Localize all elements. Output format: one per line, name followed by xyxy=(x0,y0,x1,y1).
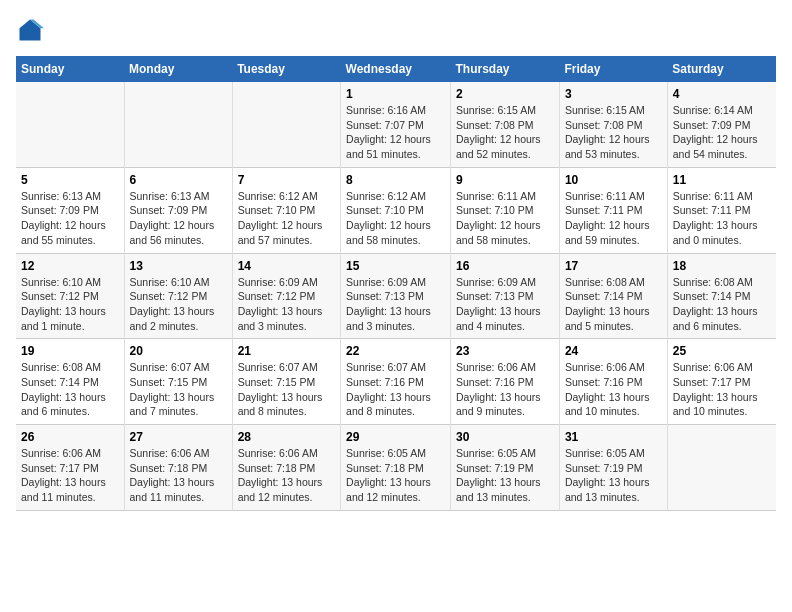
calendar-table: SundayMondayTuesdayWednesdayThursdayFrid… xyxy=(16,56,776,511)
day-number: 24 xyxy=(565,344,662,358)
day-number: 23 xyxy=(456,344,554,358)
calendar-cell: 7Sunrise: 6:12 AM Sunset: 7:10 PM Daylig… xyxy=(232,167,340,253)
day-info: Sunrise: 6:09 AM Sunset: 7:13 PM Dayligh… xyxy=(456,275,554,334)
day-info: Sunrise: 6:06 AM Sunset: 7:17 PM Dayligh… xyxy=(21,446,119,505)
day-info: Sunrise: 6:08 AM Sunset: 7:14 PM Dayligh… xyxy=(21,360,119,419)
calendar-cell: 16Sunrise: 6:09 AM Sunset: 7:13 PM Dayli… xyxy=(450,253,559,339)
day-number: 28 xyxy=(238,430,335,444)
weekday-header-sunday: Sunday xyxy=(16,56,124,82)
calendar-cell: 23Sunrise: 6:06 AM Sunset: 7:16 PM Dayli… xyxy=(450,339,559,425)
day-number: 29 xyxy=(346,430,445,444)
calendar-cell: 19Sunrise: 6:08 AM Sunset: 7:14 PM Dayli… xyxy=(16,339,124,425)
day-number: 26 xyxy=(21,430,119,444)
day-info: Sunrise: 6:11 AM Sunset: 7:11 PM Dayligh… xyxy=(673,189,771,248)
day-number: 8 xyxy=(346,173,445,187)
calendar-week-row: 26Sunrise: 6:06 AM Sunset: 7:17 PM Dayli… xyxy=(16,425,776,511)
day-info: Sunrise: 6:06 AM Sunset: 7:16 PM Dayligh… xyxy=(565,360,662,419)
calendar-cell: 31Sunrise: 6:05 AM Sunset: 7:19 PM Dayli… xyxy=(559,425,667,511)
day-info: Sunrise: 6:05 AM Sunset: 7:18 PM Dayligh… xyxy=(346,446,445,505)
day-info: Sunrise: 6:10 AM Sunset: 7:12 PM Dayligh… xyxy=(21,275,119,334)
calendar-cell: 12Sunrise: 6:10 AM Sunset: 7:12 PM Dayli… xyxy=(16,253,124,339)
calendar-cell: 30Sunrise: 6:05 AM Sunset: 7:19 PM Dayli… xyxy=(450,425,559,511)
day-number: 22 xyxy=(346,344,445,358)
day-number: 17 xyxy=(565,259,662,273)
day-info: Sunrise: 6:16 AM Sunset: 7:07 PM Dayligh… xyxy=(346,103,445,162)
calendar-cell: 27Sunrise: 6:06 AM Sunset: 7:18 PM Dayli… xyxy=(124,425,232,511)
day-info: Sunrise: 6:06 AM Sunset: 7:16 PM Dayligh… xyxy=(456,360,554,419)
calendar-cell: 18Sunrise: 6:08 AM Sunset: 7:14 PM Dayli… xyxy=(667,253,776,339)
calendar-cell: 8Sunrise: 6:12 AM Sunset: 7:10 PM Daylig… xyxy=(341,167,451,253)
day-info: Sunrise: 6:13 AM Sunset: 7:09 PM Dayligh… xyxy=(21,189,119,248)
calendar-cell: 3Sunrise: 6:15 AM Sunset: 7:08 PM Daylig… xyxy=(559,82,667,167)
calendar-cell xyxy=(16,82,124,167)
calendar-body: 1Sunrise: 6:16 AM Sunset: 7:07 PM Daylig… xyxy=(16,82,776,510)
day-info: Sunrise: 6:15 AM Sunset: 7:08 PM Dayligh… xyxy=(565,103,662,162)
day-info: Sunrise: 6:09 AM Sunset: 7:13 PM Dayligh… xyxy=(346,275,445,334)
day-info: Sunrise: 6:13 AM Sunset: 7:09 PM Dayligh… xyxy=(130,189,227,248)
day-number: 31 xyxy=(565,430,662,444)
day-info: Sunrise: 6:06 AM Sunset: 7:17 PM Dayligh… xyxy=(673,360,771,419)
day-number: 1 xyxy=(346,87,445,101)
weekday-header-wednesday: Wednesday xyxy=(341,56,451,82)
day-number: 19 xyxy=(21,344,119,358)
calendar-cell: 20Sunrise: 6:07 AM Sunset: 7:15 PM Dayli… xyxy=(124,339,232,425)
calendar-cell: 4Sunrise: 6:14 AM Sunset: 7:09 PM Daylig… xyxy=(667,82,776,167)
day-info: Sunrise: 6:10 AM Sunset: 7:12 PM Dayligh… xyxy=(130,275,227,334)
day-number: 5 xyxy=(21,173,119,187)
day-info: Sunrise: 6:05 AM Sunset: 7:19 PM Dayligh… xyxy=(456,446,554,505)
day-info: Sunrise: 6:07 AM Sunset: 7:15 PM Dayligh… xyxy=(130,360,227,419)
day-number: 12 xyxy=(21,259,119,273)
calendar-cell: 21Sunrise: 6:07 AM Sunset: 7:15 PM Dayli… xyxy=(232,339,340,425)
calendar-cell xyxy=(124,82,232,167)
calendar-cell: 11Sunrise: 6:11 AM Sunset: 7:11 PM Dayli… xyxy=(667,167,776,253)
day-number: 20 xyxy=(130,344,227,358)
calendar-cell: 6Sunrise: 6:13 AM Sunset: 7:09 PM Daylig… xyxy=(124,167,232,253)
svg-marker-0 xyxy=(20,20,41,41)
calendar-cell: 29Sunrise: 6:05 AM Sunset: 7:18 PM Dayli… xyxy=(341,425,451,511)
day-number: 3 xyxy=(565,87,662,101)
day-info: Sunrise: 6:14 AM Sunset: 7:09 PM Dayligh… xyxy=(673,103,771,162)
day-info: Sunrise: 6:05 AM Sunset: 7:19 PM Dayligh… xyxy=(565,446,662,505)
day-number: 18 xyxy=(673,259,771,273)
day-info: Sunrise: 6:08 AM Sunset: 7:14 PM Dayligh… xyxy=(673,275,771,334)
calendar-header: SundayMondayTuesdayWednesdayThursdayFrid… xyxy=(16,56,776,82)
day-number: 21 xyxy=(238,344,335,358)
weekday-header-tuesday: Tuesday xyxy=(232,56,340,82)
calendar-cell: 24Sunrise: 6:06 AM Sunset: 7:16 PM Dayli… xyxy=(559,339,667,425)
day-info: Sunrise: 6:06 AM Sunset: 7:18 PM Dayligh… xyxy=(130,446,227,505)
weekday-header-friday: Friday xyxy=(559,56,667,82)
calendar-cell: 28Sunrise: 6:06 AM Sunset: 7:18 PM Dayli… xyxy=(232,425,340,511)
calendar-cell: 25Sunrise: 6:06 AM Sunset: 7:17 PM Dayli… xyxy=(667,339,776,425)
calendar-cell: 9Sunrise: 6:11 AM Sunset: 7:10 PM Daylig… xyxy=(450,167,559,253)
day-number: 27 xyxy=(130,430,227,444)
calendar-week-row: 5Sunrise: 6:13 AM Sunset: 7:09 PM Daylig… xyxy=(16,167,776,253)
day-info: Sunrise: 6:15 AM Sunset: 7:08 PM Dayligh… xyxy=(456,103,554,162)
calendar-week-row: 19Sunrise: 6:08 AM Sunset: 7:14 PM Dayli… xyxy=(16,339,776,425)
day-number: 6 xyxy=(130,173,227,187)
day-info: Sunrise: 6:08 AM Sunset: 7:14 PM Dayligh… xyxy=(565,275,662,334)
day-number: 25 xyxy=(673,344,771,358)
calendar-week-row: 1Sunrise: 6:16 AM Sunset: 7:07 PM Daylig… xyxy=(16,82,776,167)
calendar-week-row: 12Sunrise: 6:10 AM Sunset: 7:12 PM Dayli… xyxy=(16,253,776,339)
day-number: 9 xyxy=(456,173,554,187)
weekday-header-saturday: Saturday xyxy=(667,56,776,82)
calendar-cell: 15Sunrise: 6:09 AM Sunset: 7:13 PM Dayli… xyxy=(341,253,451,339)
logo-icon xyxy=(16,16,44,44)
day-number: 13 xyxy=(130,259,227,273)
day-info: Sunrise: 6:09 AM Sunset: 7:12 PM Dayligh… xyxy=(238,275,335,334)
day-number: 14 xyxy=(238,259,335,273)
day-number: 15 xyxy=(346,259,445,273)
calendar-cell: 26Sunrise: 6:06 AM Sunset: 7:17 PM Dayli… xyxy=(16,425,124,511)
calendar-cell: 2Sunrise: 6:15 AM Sunset: 7:08 PM Daylig… xyxy=(450,82,559,167)
day-info: Sunrise: 6:06 AM Sunset: 7:18 PM Dayligh… xyxy=(238,446,335,505)
day-number: 10 xyxy=(565,173,662,187)
day-info: Sunrise: 6:11 AM Sunset: 7:11 PM Dayligh… xyxy=(565,189,662,248)
calendar-cell xyxy=(667,425,776,511)
day-number: 11 xyxy=(673,173,771,187)
day-info: Sunrise: 6:07 AM Sunset: 7:15 PM Dayligh… xyxy=(238,360,335,419)
day-number: 7 xyxy=(238,173,335,187)
calendar-cell xyxy=(232,82,340,167)
calendar-cell: 22Sunrise: 6:07 AM Sunset: 7:16 PM Dayli… xyxy=(341,339,451,425)
logo xyxy=(16,16,48,44)
calendar-cell: 13Sunrise: 6:10 AM Sunset: 7:12 PM Dayli… xyxy=(124,253,232,339)
